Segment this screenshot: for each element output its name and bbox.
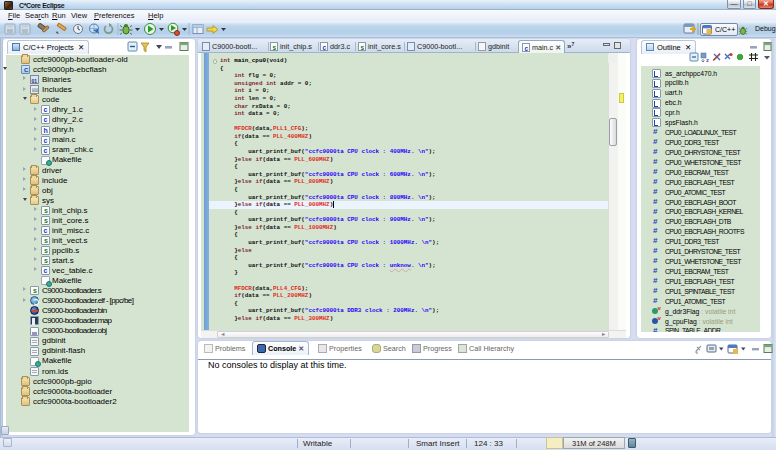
svg-text:z: z [706,57,709,63]
